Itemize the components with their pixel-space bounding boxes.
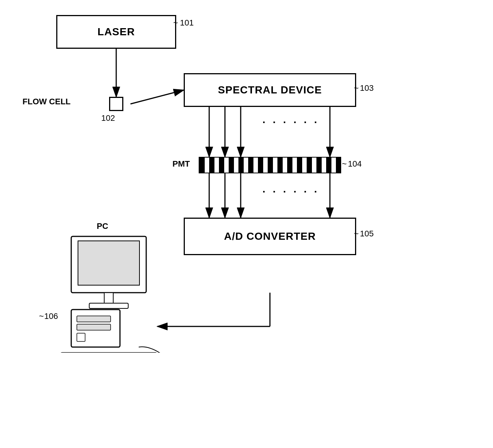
laser-ref: 101 <box>180 18 194 28</box>
pc-label: PC <box>97 221 108 231</box>
svg-rect-21 <box>77 324 111 330</box>
flow-cell-box <box>109 97 123 111</box>
pmt-ref: 104 <box>348 159 362 169</box>
flow-cell-ref: 102 <box>101 113 115 123</box>
flow-cell-label: FLOW CELL <box>22 97 70 107</box>
svg-rect-20 <box>77 316 111 322</box>
laser-box: LASER <box>56 15 176 49</box>
diagram: LASER 101 ~ FLOW CELL 102 SPECTRAL DEVIC… <box>0 0 493 448</box>
pc-illustration <box>49 233 169 353</box>
ad-converter-ref: 105 <box>360 229 374 239</box>
svg-line-3 <box>130 90 184 104</box>
pmt-label: PMT <box>172 159 190 169</box>
pc-tilde: ~ <box>39 311 44 321</box>
dots-bottom: · · · · · · <box>262 186 319 198</box>
laser-tilde: ~ <box>173 18 178 28</box>
pmt-tilde: ~ <box>342 159 347 169</box>
svg-rect-16 <box>78 241 139 285</box>
svg-rect-17 <box>104 293 113 304</box>
svg-rect-22 <box>77 333 85 341</box>
spectral-device-tilde: ~ <box>354 83 359 93</box>
pmt-bar <box>199 157 341 173</box>
ad-converter-tilde: ~ <box>354 229 359 239</box>
laser-label: LASER <box>97 26 135 38</box>
ad-converter-label: A/D CONVERTER <box>224 230 316 242</box>
spectral-device-ref: 103 <box>360 83 374 93</box>
svg-rect-18 <box>89 303 128 308</box>
spectral-device-label: SPECTRAL DEVICE <box>218 84 322 96</box>
ad-converter-box: A/D CONVERTER <box>184 218 356 255</box>
dots-top: · · · · · · <box>262 116 319 128</box>
spectral-device-box: SPECTRAL DEVICE <box>184 73 356 107</box>
